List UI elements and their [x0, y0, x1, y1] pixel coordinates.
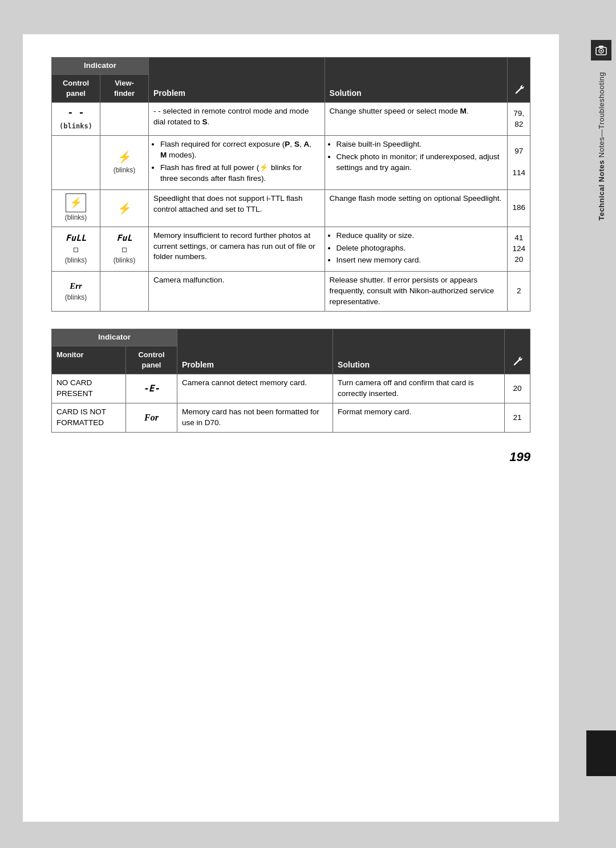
row5-ref: 2	[508, 272, 530, 312]
row4-solution: Reduce quality or size. Delete photograp…	[325, 227, 508, 272]
row-nocard-problem: Camera cannot detect memory card.	[177, 374, 333, 403]
table-row: FuLL □ (blinks) FuL □ (blinks) Memory in…	[52, 227, 530, 272]
row2-ref: 97114	[508, 136, 530, 190]
row5-control: Err (blinks)	[52, 272, 100, 312]
row2-viewfinder: ⚡(blinks)	[100, 136, 149, 190]
row3-viewfinder: ⚡	[100, 189, 149, 227]
table-2: Indicator Problem Solution Monitor Contr…	[51, 329, 530, 433]
table1-indicator-row: Indicator Problem Solution	[52, 58, 530, 75]
row1-solution: Change shutter speed or select mode M.	[325, 103, 508, 136]
svg-point-3	[601, 50, 602, 52]
table-row: Err (blinks) Camera malfunction. Release…	[52, 272, 530, 312]
row3-control: ⚡ (blinks)	[52, 189, 100, 227]
row3-ref: 186	[508, 189, 530, 227]
table2-problem-header: Problem	[177, 329, 333, 374]
row-cardformat-ref: 21	[505, 403, 530, 433]
svg-rect-2	[599, 46, 603, 47]
page-content: Indicator Problem Solution Controlpanel …	[23, 34, 559, 822]
row2-control	[52, 136, 100, 190]
table-row: NO CARDPRESENT -E- Camera cannot detect …	[52, 374, 530, 403]
row2-problem: Flash required for correct exposure (P, …	[149, 136, 325, 190]
table2-solution-header: Solution	[333, 329, 505, 374]
row4-viewfinder: FuL □ (blinks)	[100, 227, 149, 272]
row-cardformat-problem: Memory card has not been formatted for u…	[177, 403, 333, 433]
row4-control: FuLL □ (blinks)	[52, 227, 100, 272]
table1-solution-header: Solution	[325, 58, 508, 103]
table2-indicator-row: Indicator Problem Solution	[52, 329, 530, 346]
row4-problem: Memory insufficient to record further ph…	[149, 227, 325, 272]
table1-control-panel-header: Controlpanel	[52, 74, 100, 102]
row2-solution: Raise built-in Speedlight. Check photo i…	[325, 136, 508, 190]
side-tab: Technical Notes Notes—Troubleshooting	[586, 34, 616, 822]
table2-control-panel-header: Controlpanel	[126, 346, 177, 374]
table1-ref-header	[508, 58, 530, 103]
row-nocard-ref: 20	[505, 374, 530, 403]
table1-problem-header: Problem	[149, 58, 325, 103]
row1-viewfinder	[100, 103, 149, 136]
row-cardformat-monitor: CARD IS NOTFORMATTED	[52, 403, 126, 433]
row4-ref: 4112420	[508, 227, 530, 272]
row1-problem: - - selected in remote control mode and …	[149, 103, 325, 136]
table-1: Indicator Problem Solution Controlpanel …	[51, 57, 530, 312]
row-cardformat-control: For	[126, 403, 177, 433]
row-nocard-control: -E-	[126, 374, 177, 403]
table-row: ⚡(blinks) Flash required for correct exp…	[52, 136, 530, 190]
side-black-decoration	[586, 730, 616, 776]
table-row: ⚡ (blinks) ⚡ Speedlight that does not su…	[52, 189, 530, 227]
row-nocard-monitor: NO CARDPRESENT	[52, 374, 126, 403]
row1-ref: 79,82	[508, 103, 530, 136]
table-row: - -(blinks) - - selected in remote contr…	[52, 103, 530, 136]
table-row: CARD IS NOTFORMATTED For Memory card has…	[52, 403, 530, 433]
row3-solution: Change flash mode setting on optional Sp…	[325, 189, 508, 227]
row5-problem: Camera malfunction.	[149, 272, 325, 312]
row3-problem: Speedlight that does not support i-TTL f…	[149, 189, 325, 227]
table1-indicator-header: Indicator	[52, 58, 149, 75]
row1-control: - -(blinks)	[52, 103, 100, 136]
table1-viewfinder-header: View-finder	[100, 74, 149, 102]
row-nocard-solution: Turn camera off and confirm that card is…	[333, 374, 505, 403]
camera-icon	[591, 40, 611, 60]
row5-viewfinder	[100, 272, 149, 312]
table2-ref-header	[505, 329, 530, 374]
page-number: 199	[51, 450, 530, 465]
side-tab-label: Technical Notes Notes—Troubleshooting	[597, 72, 606, 221]
row5-solution: Release shutter. If error persists or ap…	[325, 272, 508, 312]
table2-indicator-header: Indicator	[52, 329, 177, 346]
table2-monitor-header: Monitor	[52, 346, 126, 374]
row-cardformat-solution: Format memory card.	[333, 403, 505, 433]
